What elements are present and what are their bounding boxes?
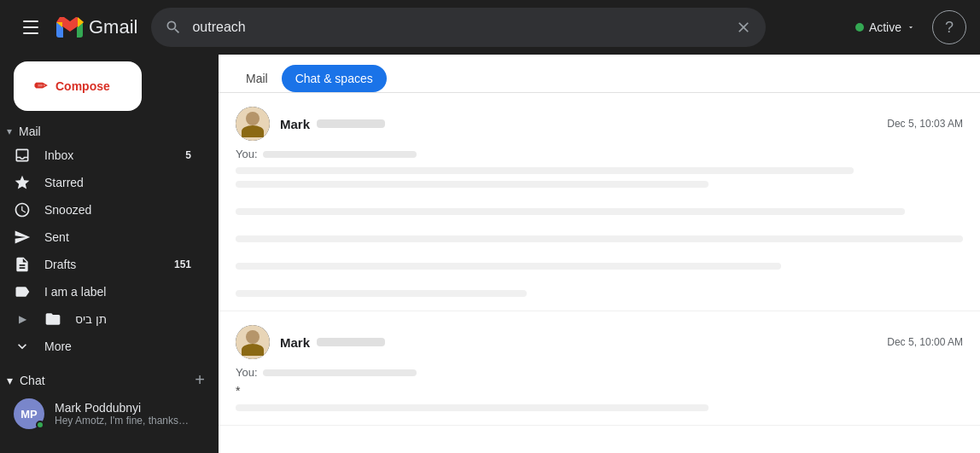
hamburger-button[interactable] xyxy=(14,10,48,44)
sender-name-bar xyxy=(317,119,385,128)
content-bars xyxy=(236,404,963,411)
sidebar-item-starred[interactable]: Starred xyxy=(0,169,205,196)
expand-icon: ▶ xyxy=(14,313,31,325)
content-bar xyxy=(236,263,781,270)
compose-label: Compose xyxy=(55,79,110,93)
message-card[interactable]: Mark Dec 5, 10:03 AM You: xyxy=(219,93,980,311)
active-status-button[interactable]: Active xyxy=(845,14,925,41)
hebrew-label: תן ביס xyxy=(75,312,191,326)
compose-icon: ✏ xyxy=(34,77,47,96)
add-chat-button[interactable]: + xyxy=(195,370,205,390)
folder-icon xyxy=(44,311,61,328)
sender-name: Mark xyxy=(280,117,310,131)
sender-name: Mark xyxy=(280,335,310,350)
message-time: Dec 5, 10:00 AM xyxy=(887,336,963,348)
sidebar-item-more[interactable]: More xyxy=(0,333,205,360)
message-time: Dec 5, 10:03 AM xyxy=(887,118,963,130)
search-icon[interactable] xyxy=(165,19,182,36)
content-bar xyxy=(236,290,527,297)
spacer xyxy=(236,276,963,283)
tab-mail[interactable]: Mail xyxy=(232,65,282,92)
starred-icon xyxy=(14,174,31,191)
sidebar-item-snoozed[interactable]: Snoozed xyxy=(0,196,205,224)
avatar xyxy=(236,107,270,141)
chat-header-left: ▾ Chat xyxy=(7,374,45,387)
inbox-icon xyxy=(14,147,31,164)
logo: Gmail xyxy=(55,12,137,43)
help-button[interactable]: ? xyxy=(932,10,966,44)
chevron-down-icon xyxy=(907,23,915,32)
help-icon: ? xyxy=(945,19,954,37)
preview-bar xyxy=(263,151,417,158)
spacer xyxy=(236,195,963,201)
preview-bar xyxy=(263,369,417,376)
active-status-label: Active xyxy=(869,20,901,34)
star-marker: * xyxy=(236,384,963,398)
chat-item-mark[interactable]: MP Mark Poddubnyi Hey Amotz, I'm fine, t… xyxy=(0,393,205,434)
sender-name-bar xyxy=(317,338,385,346)
chat-contact-name: Mark Poddubnyi xyxy=(55,401,191,415)
chat-status-online-dot xyxy=(36,421,44,429)
content-bar xyxy=(236,404,709,411)
drafts-label: Drafts xyxy=(44,258,160,271)
content-bar xyxy=(236,208,905,215)
snoozed-label: Snoozed xyxy=(44,203,191,217)
compose-button[interactable]: ✏ Compose xyxy=(14,61,142,111)
content-bar xyxy=(236,235,963,242)
message-meta: Mark xyxy=(280,117,877,131)
drafts-badge: 151 xyxy=(174,258,191,270)
snoozed-icon xyxy=(14,201,31,218)
inbox-label: Inbox xyxy=(44,148,172,162)
search-input[interactable] xyxy=(192,20,725,35)
sidebar: ✏ Compose ▾ Mail Inbox 5 Starred xyxy=(0,55,219,453)
content-bars xyxy=(236,167,963,297)
tab-chat-spaces[interactable]: Chat & spaces xyxy=(282,65,387,92)
sent-icon xyxy=(14,229,31,246)
main-layout: ✏ Compose ▾ Mail Inbox 5 Starred xyxy=(0,55,980,453)
sidebar-item-drafts[interactable]: Drafts 151 xyxy=(0,251,205,278)
message-you-line: You: xyxy=(236,366,963,379)
sent-label: Sent xyxy=(44,230,191,244)
message-header: Mark Dec 5, 10:03 AM xyxy=(236,107,963,141)
chat-section-label: Chat xyxy=(20,374,45,387)
more-icon xyxy=(14,338,31,355)
inbox-badge: 5 xyxy=(185,149,191,161)
starred-label: Starred xyxy=(44,176,191,189)
gmail-logo-icon xyxy=(55,12,85,43)
message-meta: Mark xyxy=(280,335,877,350)
content-area: Mail Chat & spaces Mark Dec 5, 10:03 AM xyxy=(219,55,980,453)
label-item-label: I am a label xyxy=(44,285,191,299)
drafts-icon xyxy=(14,256,31,273)
chat-section: ▾ Chat + MP Mark Poddubnyi Hey Amotz, I'… xyxy=(0,363,219,434)
mail-chevron-icon: ▾ xyxy=(7,125,12,137)
app-title: Gmail xyxy=(89,16,137,38)
chat-avatar-wrap: MP xyxy=(14,398,44,429)
chat-section-header[interactable]: ▾ Chat + xyxy=(0,363,219,393)
search-bar xyxy=(151,8,766,47)
message-header: Mark Dec 5, 10:00 AM xyxy=(236,325,963,359)
message-card[interactable]: Mark Dec 5, 10:00 AM You: * xyxy=(219,311,980,426)
content-bar xyxy=(236,167,854,174)
sidebar-item-label[interactable]: I am a label xyxy=(0,278,205,305)
sidebar-item-sent[interactable]: Sent xyxy=(0,224,205,251)
spacer xyxy=(236,249,963,256)
clear-search-icon[interactable] xyxy=(735,19,752,36)
spacer xyxy=(236,222,963,229)
active-status-dot xyxy=(855,23,864,32)
more-label: More xyxy=(44,340,191,353)
message-you-line: You: xyxy=(236,148,963,160)
topbar-right: Active ? xyxy=(845,10,966,44)
chat-chevron-icon: ▾ xyxy=(7,374,13,387)
avatar xyxy=(236,325,270,359)
mail-section-header[interactable]: ▾ Mail xyxy=(0,118,219,142)
you-prefix: You: xyxy=(236,366,258,379)
chat-info: Mark Poddubnyi Hey Amotz, I'm fine, than… xyxy=(55,401,191,427)
label-icon xyxy=(14,283,31,300)
messages-list: Mark Dec 5, 10:03 AM You: xyxy=(219,93,980,453)
chat-preview: Hey Amotz, I'm fine, thanks, ... xyxy=(55,415,191,427)
sidebar-item-inbox[interactable]: Inbox 5 xyxy=(0,142,205,169)
content-bar xyxy=(236,181,709,188)
you-prefix: You: xyxy=(236,148,258,160)
tab-bar: Mail Chat & spaces xyxy=(219,55,980,93)
sidebar-item-hebrew[interactable]: ▶ תן ביס xyxy=(0,305,205,333)
